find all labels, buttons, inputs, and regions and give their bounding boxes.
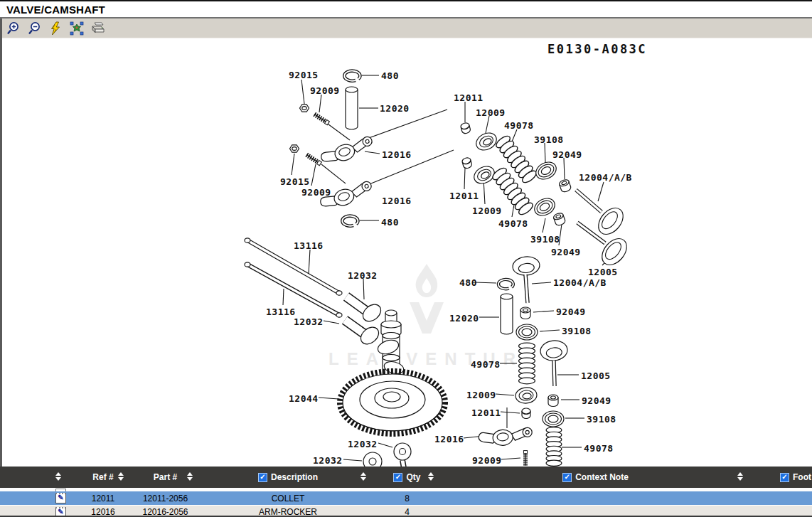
part-label[interactable]: 480	[381, 71, 399, 80]
print-icon	[91, 21, 105, 36]
part-label[interactable]: 12016	[382, 150, 412, 159]
part-label[interactable]: 12044	[289, 394, 319, 403]
column-header-part-[interactable]: Part #	[128, 467, 203, 488]
part-label[interactable]: 92049	[551, 247, 581, 257]
table-row[interactable]: ✎1201112011-2056COLLET8	[0, 491, 812, 505]
part-label[interactable]: 12011	[449, 191, 479, 201]
part-label[interactable]: 12032	[313, 456, 343, 465]
part-label[interactable]: 92009	[310, 86, 340, 95]
column-checkbox[interactable]: ✓	[258, 473, 267, 482]
parts-catalog-window: VALVE/CAMSHAFT	[0, 0, 812, 517]
part-label[interactable]: 12009	[466, 390, 496, 400]
part-label[interactable]: 12032	[294, 317, 324, 326]
part-label[interactable]: 13116	[294, 241, 324, 250]
part-label[interactable]: 12032	[348, 439, 378, 449]
page-title: VALVE/CAMSHAFT	[6, 4, 105, 16]
lightning-icon	[49, 21, 62, 36]
column-label: Qty	[406, 472, 420, 482]
hotspot-toggle-button[interactable]	[48, 21, 63, 36]
part-label[interactable]: 12011	[454, 93, 484, 102]
column-header-ref-[interactable]: Ref #	[78, 467, 128, 488]
part-label[interactable]: 49078	[504, 121, 534, 130]
zoom-in-icon	[6, 21, 20, 36]
zoom-out-button[interactable]	[26, 21, 42, 36]
sort-arrows[interactable]	[428, 472, 434, 481]
left-border-edge	[0, 18, 2, 467]
part-label[interactable]: 12004/A/B	[553, 278, 607, 287]
part-label[interactable]: 12011	[471, 408, 501, 417]
sort-arrows[interactable]	[118, 472, 124, 481]
column-label: Description	[271, 472, 318, 482]
part-label[interactable]: 12020	[449, 314, 479, 323]
image-map-icon	[70, 21, 84, 36]
sort-arrows[interactable]	[360, 472, 366, 481]
part-label[interactable]: 12016	[434, 435, 464, 444]
column-label: Ref #	[92, 472, 113, 482]
column-header-description[interactable]: ✓Description	[203, 467, 373, 488]
column-header-icon[interactable]	[0, 467, 78, 488]
part-label[interactable]: 39108	[534, 135, 564, 144]
image-select-button[interactable]	[69, 21, 85, 36]
title-bar: VALVE/CAMSHAFT	[0, 0, 812, 18]
part-label[interactable]: 13116	[266, 307, 296, 316]
part-label[interactable]: 92049	[556, 307, 586, 316]
part-label[interactable]: 92015	[280, 177, 310, 186]
part-label[interactable]: 12005	[588, 267, 618, 277]
part-label[interactable]: 12004/A/B	[579, 173, 632, 182]
part-label[interactable]: 49078	[498, 219, 528, 228]
part-label[interactable]: 12016	[382, 196, 412, 206]
column-header-context-note[interactable]: ✓Context Note	[441, 467, 750, 488]
part-label[interactable]: 480	[459, 278, 477, 287]
print-button[interactable]	[90, 21, 106, 36]
row-cell-part: 12011-2056	[128, 491, 203, 505]
part-label[interactable]: 49078	[584, 444, 614, 453]
column-header-qty[interactable]: ✓Qty	[373, 467, 441, 488]
zoom-in-button[interactable]	[5, 21, 21, 36]
column-checkbox[interactable]: ✓	[780, 473, 789, 482]
part-label[interactable]: 12020	[380, 104, 410, 113]
column-header-foot-note[interactable]: ✓Foot Note	[750, 467, 812, 488]
part-label[interactable]: 480	[381, 218, 399, 227]
zoom-out-icon	[27, 21, 41, 36]
part-label[interactable]: 39108	[587, 415, 616, 424]
toolbar	[0, 18, 812, 38]
row-cell-description: COLLET	[203, 491, 373, 505]
table-header: Ref #Part #✓Description✓Qty✓Context Note…	[0, 467, 812, 488]
watermark-logo	[410, 264, 444, 334]
part-label[interactable]: 12009	[476, 108, 506, 117]
part-label[interactable]: 49078	[471, 360, 501, 369]
sort-arrows[interactable]	[737, 472, 743, 481]
part-label[interactable]: 92009	[472, 456, 502, 465]
row-note-icon[interactable]: ✎	[55, 493, 66, 503]
row-cell-qty: 8	[373, 491, 441, 505]
part-label[interactable]: 12005	[581, 371, 611, 380]
diagram-code: E0130-A083C	[547, 42, 647, 56]
column-checkbox[interactable]: ✓	[562, 473, 572, 482]
part-label[interactable]: 92015	[289, 70, 319, 80]
part-label[interactable]: 12032	[348, 271, 378, 280]
part-label[interactable]: 92049	[552, 150, 582, 159]
sort-arrows[interactable]	[187, 472, 193, 481]
column-checkbox[interactable]: ✓	[393, 473, 402, 482]
parts-table: Ref #Part #✓Description✓Qty✓Context Note…	[0, 467, 812, 517]
column-label: Context Note	[575, 472, 629, 482]
column-label: Part #	[154, 472, 177, 482]
part-label[interactable]: 92049	[582, 396, 611, 405]
part-label[interactable]: 12009	[472, 206, 502, 215]
sort-arrows[interactable]	[55, 472, 61, 481]
diagram-canvas[interactable]: LEADVENTURE	[0, 38, 812, 467]
parts-shapes	[245, 71, 631, 467]
column-label: Foot Note	[793, 472, 812, 482]
part-label[interactable]: 92009	[301, 188, 331, 197]
part-label[interactable]: 39108	[562, 326, 592, 336]
row-cell-ref: 12011	[78, 491, 128, 505]
row-cell-context	[441, 491, 750, 505]
part-label[interactable]: 39108	[530, 235, 560, 244]
